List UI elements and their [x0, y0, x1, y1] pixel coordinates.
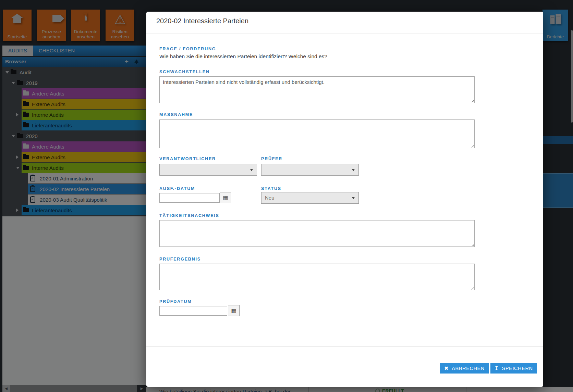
schwachstellen-textarea[interactable]: Interessierten Parteien sind nicht volls… — [159, 76, 475, 103]
cancel-button[interactable]: ✖ ABBRECHEN — [440, 363, 489, 374]
massnahme-textarea[interactable] — [159, 119, 475, 148]
taetigkeitsnachweis-textarea[interactable] — [159, 220, 475, 247]
dialog-title: 2020-02 Interessierte Parteien — [156, 17, 248, 25]
pruefdatum-calendar-button[interactable]: ▦ — [228, 305, 240, 316]
save-button[interactable]: ↧ SPEICHERN — [490, 363, 537, 374]
footer-divider — [146, 346, 543, 347]
verantwortlicher-select[interactable] — [159, 164, 257, 176]
status-select[interactable]: Neu — [261, 192, 359, 204]
divider — [146, 34, 543, 34]
chevron-down-icon — [352, 169, 355, 171]
pruefer-select[interactable] — [261, 164, 359, 176]
schwachstellen-label: SCHWACHSTELLEN — [159, 69, 210, 74]
status-label: STATUS — [261, 186, 281, 191]
taetigkeitsnachweis-label: TÄTIGKEITSNACHWEIS — [159, 213, 219, 218]
chevron-down-icon — [352, 197, 355, 199]
ausf-datum-input[interactable] — [159, 193, 220, 203]
frage-text: Wie haben Sie die interessierten Parteie… — [159, 53, 327, 60]
chevron-down-icon — [250, 169, 253, 171]
app-screen: Startseite Prozesse ansehen Dokumente an… — [0, 0, 573, 392]
calendar-icon: ▦ — [223, 194, 228, 201]
calendar-icon: ▦ — [231, 307, 236, 314]
close-icon: ✖ — [444, 365, 449, 371]
pruefdatum-input[interactable] — [159, 306, 227, 316]
frage-label: FRAGE / FORDERUNG — [159, 47, 216, 51]
pruefdatum-label: PRÜFDATUM — [159, 299, 192, 304]
pruefergebnis-textarea[interactable] — [159, 264, 475, 290]
pruefer-label: PRÜFER — [261, 156, 282, 161]
verantwortlicher-label: VERANTWORTLICHER — [159, 156, 216, 161]
edit-question-dialog: 2020-02 Interessierte Parteien FRAGE / F… — [146, 12, 543, 387]
save-icon: ↧ — [494, 365, 499, 371]
massnahme-label: MASSNAHME — [159, 112, 193, 117]
ausf-datum-label: AUSF.-DATUM — [159, 186, 195, 191]
ausf-datum-calendar-button[interactable]: ▦ — [220, 192, 231, 203]
pruefergebnis-label: PRÜFERGEBNIS — [159, 257, 201, 262]
